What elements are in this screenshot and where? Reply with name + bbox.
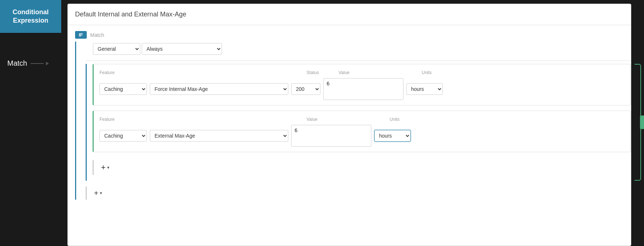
add-rule-button[interactable]: + ▾: [91, 188, 105, 199]
feature2-feature-select[interactable]: External Max-Age: [150, 130, 288, 142]
rule-title-bar: Default Internal and External Max-Age: [68, 4, 631, 25]
feature-label-1: Feature: [99, 69, 304, 75]
feature1-feature-select[interactable]: Force Internal Max-Age: [150, 83, 288, 95]
if-section: General Always Feature: [68, 42, 631, 200]
selects-row-1: Caching Force Internal Max-Age 200 6: [99, 78, 625, 100]
conditional-expression-label: Conditional Expression: [0, 0, 61, 33]
main-panel: Default Internal and External Max-Age IF…: [67, 4, 631, 246]
value-label-1: Value: [339, 69, 419, 75]
match-label-left: Match: [0, 59, 61, 68]
if-badge: IF: [75, 31, 87, 39]
add-feature-button[interactable]: + ▾: [98, 161, 112, 174]
if-match-label: Match: [90, 32, 104, 38]
feature1-status-select[interactable]: 200: [291, 83, 320, 95]
status-label-1: Status: [307, 69, 336, 75]
features-label: Features: [640, 116, 644, 129]
match-condition-select[interactable]: Always: [142, 43, 222, 55]
feature1-category-select[interactable]: Caching: [99, 83, 147, 95]
units-label-2: Units: [390, 116, 433, 122]
value-label-2: Value: [307, 116, 387, 122]
selects-row-2: Caching External Max-Age 6 seconds minut…: [99, 125, 625, 147]
feature1-units-select[interactable]: seconds minutes hours days: [406, 83, 443, 95]
add-vert-line: [93, 160, 94, 175]
field-labels-row-1: Feature Status Value Units: [99, 69, 625, 75]
feature-blocks-container: Feature Status Value Units: [93, 64, 631, 181]
feature-block-1: Feature Status Value Units: [93, 64, 631, 105]
vert-line-blue: [75, 42, 76, 200]
feature-block-2: Feature Value Units: [93, 111, 631, 152]
if-match-row: IF Match: [68, 25, 631, 42]
units-label-1: Units: [422, 69, 465, 75]
add-feature-row: + ▾: [93, 157, 631, 181]
feature2-category-select[interactable]: Caching: [99, 130, 147, 142]
match-arrow-head: [46, 62, 49, 65]
feature2-value-input[interactable]: 6: [291, 125, 371, 147]
match-category-select[interactable]: General: [93, 43, 140, 55]
vert-line-inner: [86, 64, 87, 181]
outer-wrapper: Conditional Expression Match Default Int…: [0, 0, 644, 246]
add-rule-vert-line: [86, 187, 87, 200]
add-rule-row: + ▾: [86, 184, 631, 200]
feature-section: Feature Status Value Units: [86, 64, 631, 181]
feature1-value-input[interactable]: 6: [323, 78, 403, 100]
field-labels-row-2: Feature Value Units: [99, 116, 625, 122]
match-arrow-line: [31, 63, 44, 64]
match-selects-row: General Always: [86, 42, 631, 61]
feature2-units-select[interactable]: seconds minutes hours days: [374, 130, 411, 142]
rule-title-text: Default Internal and External Max-Age: [75, 11, 186, 18]
feature-label-2: Feature: [99, 116, 304, 122]
if-content: General Always Feature: [82, 42, 631, 200]
